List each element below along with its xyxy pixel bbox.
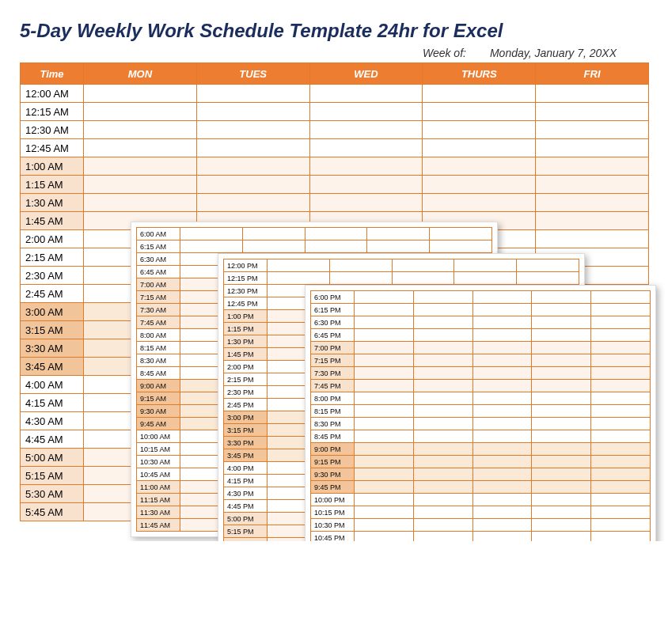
slot-cell[interactable] bbox=[473, 392, 532, 405]
slot-cell[interactable] bbox=[532, 291, 591, 304]
slot-cell[interactable] bbox=[591, 354, 651, 367]
slot-cell[interactable] bbox=[355, 354, 414, 367]
slot-cell[interactable] bbox=[84, 85, 197, 103]
slot-cell[interactable] bbox=[532, 316, 591, 329]
slot-cell[interactable] bbox=[532, 443, 591, 456]
slot-cell[interactable] bbox=[355, 291, 414, 304]
slot-cell[interactable] bbox=[413, 329, 473, 342]
slot-cell[interactable] bbox=[242, 228, 305, 241]
slot-cell[interactable] bbox=[532, 519, 591, 532]
slot-cell[interactable] bbox=[591, 329, 651, 342]
slot-cell[interactable] bbox=[536, 103, 649, 121]
slot-cell[interactable] bbox=[591, 304, 651, 316]
slot-cell[interactable] bbox=[413, 367, 473, 380]
slot-cell[interactable] bbox=[84, 139, 197, 157]
slot-cell[interactable] bbox=[196, 85, 309, 103]
slot-cell[interactable] bbox=[473, 304, 532, 316]
slot-cell[interactable] bbox=[196, 121, 309, 139]
slot-cell[interactable] bbox=[309, 85, 423, 103]
slot-cell[interactable] bbox=[355, 430, 414, 443]
slot-cell[interactable] bbox=[591, 291, 651, 304]
slot-cell[interactable] bbox=[413, 456, 473, 468]
slot-cell[interactable] bbox=[591, 418, 651, 430]
slot-cell[interactable] bbox=[309, 157, 423, 176]
slot-cell[interactable] bbox=[591, 405, 651, 418]
slot-cell[interactable] bbox=[454, 259, 517, 272]
slot-cell[interactable] bbox=[532, 468, 591, 481]
slot-cell[interactable] bbox=[517, 259, 579, 272]
slot-cell[interactable] bbox=[329, 259, 392, 272]
slot-cell[interactable] bbox=[355, 532, 414, 542]
slot-cell[interactable] bbox=[309, 103, 423, 121]
slot-cell[interactable] bbox=[473, 354, 532, 367]
slot-cell[interactable] bbox=[355, 380, 414, 392]
slot-cell[interactable] bbox=[532, 456, 591, 468]
slot-cell[interactable] bbox=[392, 272, 454, 285]
slot-cell[interactable] bbox=[309, 194, 423, 212]
slot-cell[interactable] bbox=[355, 456, 414, 468]
slot-cell[interactable] bbox=[532, 354, 591, 367]
slot-cell[interactable] bbox=[473, 316, 532, 329]
slot-cell[interactable] bbox=[413, 291, 473, 304]
slot-cell[interactable] bbox=[355, 342, 414, 354]
slot-cell[interactable] bbox=[532, 405, 591, 418]
slot-cell[interactable] bbox=[413, 405, 473, 418]
slot-cell[interactable] bbox=[413, 506, 473, 519]
slot-cell[interactable] bbox=[309, 176, 423, 194]
slot-cell[interactable] bbox=[180, 241, 243, 253]
slot-cell[interactable] bbox=[430, 228, 492, 241]
slot-cell[interactable] bbox=[242, 241, 305, 253]
slot-cell[interactable] bbox=[532, 494, 591, 506]
slot-cell[interactable] bbox=[536, 157, 649, 176]
slot-cell[interactable] bbox=[355, 304, 414, 316]
slot-cell[interactable] bbox=[473, 329, 532, 342]
slot-cell[interactable] bbox=[355, 468, 414, 481]
slot-cell[interactable] bbox=[591, 342, 651, 354]
slot-cell[interactable] bbox=[355, 405, 414, 418]
slot-cell[interactable] bbox=[196, 157, 309, 176]
slot-cell[interactable] bbox=[430, 241, 492, 253]
slot-cell[interactable] bbox=[413, 494, 473, 506]
slot-cell[interactable] bbox=[591, 392, 651, 405]
slot-cell[interactable] bbox=[329, 272, 392, 285]
slot-cell[interactable] bbox=[367, 241, 430, 253]
slot-cell[interactable] bbox=[532, 418, 591, 430]
slot-cell[interactable] bbox=[309, 121, 423, 139]
slot-cell[interactable] bbox=[532, 532, 591, 542]
slot-cell[interactable] bbox=[532, 342, 591, 354]
slot-cell[interactable] bbox=[473, 456, 532, 468]
slot-cell[interactable] bbox=[473, 481, 532, 494]
slot-cell[interactable] bbox=[413, 430, 473, 443]
slot-cell[interactable] bbox=[454, 272, 517, 285]
slot-cell[interactable] bbox=[413, 316, 473, 329]
slot-cell[interactable] bbox=[473, 418, 532, 430]
slot-cell[interactable] bbox=[268, 259, 330, 272]
slot-cell[interactable] bbox=[196, 176, 309, 194]
slot-cell[interactable] bbox=[413, 354, 473, 367]
slot-cell[interactable] bbox=[532, 392, 591, 405]
slot-cell[interactable] bbox=[367, 228, 430, 241]
slot-cell[interactable] bbox=[591, 468, 651, 481]
slot-cell[interactable] bbox=[84, 194, 197, 212]
slot-cell[interactable] bbox=[413, 519, 473, 532]
slot-cell[interactable] bbox=[392, 259, 454, 272]
slot-cell[interactable] bbox=[268, 272, 330, 285]
slot-cell[interactable] bbox=[473, 367, 532, 380]
slot-cell[interactable] bbox=[413, 443, 473, 456]
slot-cell[interactable] bbox=[305, 228, 367, 241]
slot-cell[interactable] bbox=[355, 367, 414, 380]
slot-cell[interactable] bbox=[473, 430, 532, 443]
slot-cell[interactable] bbox=[532, 430, 591, 443]
slot-cell[interactable] bbox=[413, 304, 473, 316]
slot-cell[interactable] bbox=[413, 481, 473, 494]
slot-cell[interactable] bbox=[591, 494, 651, 506]
slot-cell[interactable] bbox=[196, 103, 309, 121]
slot-cell[interactable] bbox=[532, 506, 591, 519]
slot-cell[interactable] bbox=[591, 519, 651, 532]
slot-cell[interactable] bbox=[413, 532, 473, 542]
slot-cell[interactable] bbox=[413, 418, 473, 430]
slot-cell[interactable] bbox=[355, 392, 414, 405]
slot-cell[interactable] bbox=[355, 316, 414, 329]
slot-cell[interactable] bbox=[473, 342, 532, 354]
slot-cell[interactable] bbox=[355, 481, 414, 494]
